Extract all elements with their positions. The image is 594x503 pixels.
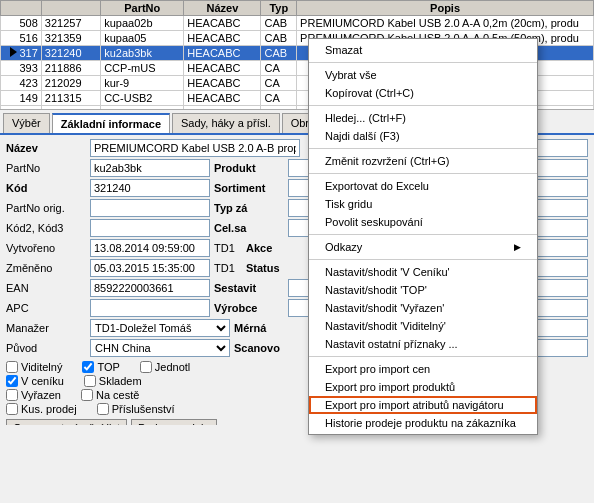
ctx-separator — [309, 105, 537, 106]
col-partno[interactable]: PartNo — [101, 1, 184, 16]
btn-zarucni-list[interactable]: Generovat záruční list — [6, 419, 127, 425]
ctx-item-label: Nastavit/shodit 'Viditelný' — [325, 320, 446, 332]
col-vyrobce[interactable]: Název — [184, 1, 261, 16]
ctx-item[interactable]: Nastavit/shodit 'TOP' — [309, 281, 537, 299]
ctx-item-label: Export pro import cen — [325, 363, 430, 375]
ean-label: EAN — [6, 282, 86, 294]
ctx-item-label: Odkazy — [325, 241, 362, 253]
tab-vyber[interactable]: Výběr — [3, 113, 50, 133]
ctx-item[interactable]: Nastavit/shodit 'Viditelný' — [309, 317, 537, 335]
ctx-item[interactable]: Hledej... (Ctrl+F) — [309, 109, 537, 127]
ctx-item[interactable]: Nastavit/shodit 'Vyřazen' — [309, 299, 537, 317]
ctx-item-label: Tisk gridu — [325, 198, 372, 210]
table-row[interactable]: 508321257kupaa02bHEACABCCABPREMIUMCORD K… — [1, 16, 594, 31]
vytvoreno-label: Vytvořeno — [6, 242, 86, 254]
merna-label: Mérná — [234, 322, 304, 334]
produkt-label: Produkt — [214, 162, 284, 174]
vyrobce-r-label: Výrobce — [214, 302, 284, 314]
ctx-item[interactable]: Nastavit ostatní příznaky ... — [309, 335, 537, 353]
td1-2: TD1 — [214, 262, 242, 274]
btn-podm-prodeje[interactable]: Podm. prodeje — [131, 419, 217, 425]
ean-input[interactable] — [90, 279, 210, 297]
ctx-item-label: Najdi další (F3) — [325, 130, 400, 142]
scanovo-label: Scanovo — [234, 342, 304, 354]
ctx-submenu-arrow-icon: ▶ — [514, 242, 521, 252]
td1-1: TD1 — [214, 242, 242, 254]
ctx-item[interactable]: Vybrat vše — [309, 66, 537, 84]
manazer-select[interactable]: TD1-Doležel Tomáš — [90, 319, 230, 337]
ctx-item-label: Povolit seskupování — [325, 216, 423, 228]
ctx-item[interactable]: Export pro import produktů — [309, 378, 537, 396]
cb-vyrazen[interactable]: Vyřazen — [6, 389, 61, 401]
partno-label: PartNo — [6, 162, 86, 174]
status-label: Status — [246, 262, 316, 274]
sortiment-label: Sortiment — [214, 182, 284, 194]
zmeneno-input[interactable] — [90, 259, 210, 277]
ctx-item-label: Smazat — [325, 44, 362, 56]
kod2-label: Kód2, Kód3 — [6, 222, 86, 234]
ctx-item[interactable]: Export pro import atributů navigátoru — [309, 396, 537, 414]
ctx-separator — [309, 148, 537, 149]
ctx-item-label: Hledej... (Ctrl+F) — [325, 112, 406, 124]
cb-na-ceste[interactable]: Na cestě — [81, 389, 139, 401]
kod-input[interactable] — [90, 179, 210, 197]
sestavit-label: Sestavit — [214, 282, 284, 294]
ctx-item-label: Exportovat do Excelu — [325, 180, 429, 192]
ctx-item[interactable]: Povolit seskupování — [309, 213, 537, 231]
tab-zakladni[interactable]: Základní informace — [52, 113, 170, 133]
cel-sa-label: Cel.sa — [214, 222, 284, 234]
ctx-item-label: Kopírovat (Ctrl+C) — [325, 87, 414, 99]
col-typ[interactable]: Typ — [261, 1, 297, 16]
ctx-item-label: Vybrat vše — [325, 69, 377, 81]
ctx-item-label: Nastavit/shodit 'TOP' — [325, 284, 427, 296]
ctx-item-label: Export pro import produktů — [325, 381, 455, 393]
ctx-item-label: Export pro import atributů navigátoru — [325, 399, 504, 411]
akce-label: Akce — [246, 242, 316, 254]
partno-orig-input[interactable] — [90, 199, 210, 217]
cb-kus-prodej[interactable]: Kus. prodej — [6, 403, 77, 415]
cb-prislusenstvi[interactable]: Příslušenství — [97, 403, 175, 415]
manazer-label: Manažer — [6, 322, 86, 334]
ctx-item[interactable]: Export pro import cen — [309, 360, 537, 378]
ctx-item[interactable]: Historie prodeje produktu na zákazníka — [309, 414, 537, 432]
ctx-item[interactable]: Smazat — [309, 41, 537, 59]
partno-input[interactable] — [90, 159, 210, 177]
ctx-separator — [309, 356, 537, 357]
col-id[interactable] — [1, 1, 42, 16]
vytvoreno-input[interactable] — [90, 239, 210, 257]
cb-vceníku[interactable]: V ceníku — [6, 375, 64, 387]
cb-jednotl[interactable]: Jednotl — [140, 361, 190, 373]
ctx-item-label: Změnit rozvržení (Ctrl+G) — [325, 155, 449, 167]
col-code[interactable] — [41, 1, 100, 16]
ctx-item-label: Nastavit/shodit 'Vyřazen' — [325, 302, 444, 314]
nazev-input[interactable] — [90, 139, 300, 157]
apc-label: APC — [6, 302, 86, 314]
ctx-item[interactable]: Exportovat do Excelu — [309, 177, 537, 195]
cb-top[interactable]: TOP — [82, 361, 119, 373]
cb-viditelny[interactable]: Viditelný — [6, 361, 62, 373]
kod2-input[interactable] — [90, 219, 210, 237]
ctx-separator — [309, 234, 537, 235]
nazev-label: Název — [6, 142, 86, 154]
col-popis[interactable]: Popis — [297, 1, 594, 16]
ctx-item[interactable]: Najdi další (F3) — [309, 127, 537, 145]
ctx-item[interactable]: Odkazy▶ — [309, 238, 537, 256]
kod-label: Kód — [6, 182, 86, 194]
tab-sady[interactable]: Sady, háky a přísl. — [172, 113, 280, 133]
ctx-separator — [309, 259, 537, 260]
partno-orig-label: PartNo orig. — [6, 202, 86, 214]
typ-za-label: Typ zá — [214, 202, 284, 214]
ctx-item[interactable]: Nastavit/shodit 'V Ceníku' — [309, 263, 537, 281]
ctx-item-label: Nastavit/shodit 'V Ceníku' — [325, 266, 450, 278]
ctx-item[interactable]: Kopírovat (Ctrl+C) — [309, 84, 537, 102]
ctx-item[interactable]: Tisk gridu — [309, 195, 537, 213]
zmeneno-label: Změněno — [6, 262, 86, 274]
cb-skladem[interactable]: Skladem — [84, 375, 142, 387]
ctx-separator — [309, 173, 537, 174]
ctx-item-label: Nastavit ostatní příznaky ... — [325, 338, 458, 350]
ctx-separator — [309, 62, 537, 63]
context-menu: SmazatVybrat všeKopírovat (Ctrl+C)Hledej… — [308, 38, 538, 435]
apc-input[interactable] — [90, 299, 210, 317]
puvod-select[interactable]: CHN China — [90, 339, 230, 357]
ctx-item[interactable]: Změnit rozvržení (Ctrl+G) — [309, 152, 537, 170]
